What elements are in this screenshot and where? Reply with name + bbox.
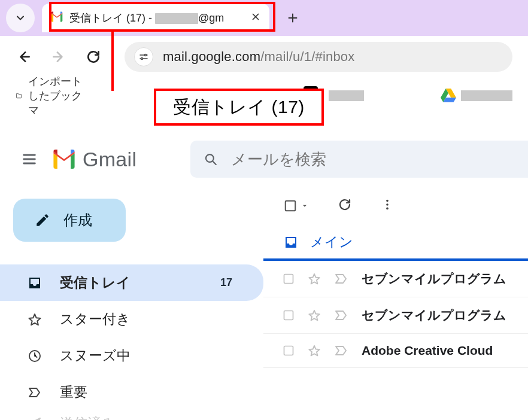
tune-icon <box>138 51 149 62</box>
checkbox-icon[interactable] <box>283 309 295 321</box>
tab-label: メイン <box>310 233 353 251</box>
bookmark-folder[interactable]: インポートしたブックマ <box>16 74 89 117</box>
inbox-count: 17 <box>220 276 232 289</box>
checkbox-icon <box>284 199 297 212</box>
sent-icon <box>28 416 42 421</box>
svg-point-1 <box>141 58 143 60</box>
star-icon[interactable] <box>308 309 321 322</box>
svg-point-0 <box>145 54 147 56</box>
compose-label: 作成 <box>63 211 92 230</box>
caret-down-icon <box>301 202 309 210</box>
sidebar-item-inbox[interactable]: 受信トレイ 17 <box>0 264 263 301</box>
pencil-icon <box>35 212 50 228</box>
refresh-button[interactable] <box>338 197 352 214</box>
svg-point-10 <box>386 203 389 206</box>
search-input[interactable] <box>231 150 515 169</box>
mail-sender: セブンマイルプログラム <box>362 307 506 324</box>
hamburger-icon <box>21 151 38 168</box>
mail-sender: セブンマイルプログラム <box>362 270 506 287</box>
category-tab-primary[interactable]: メイン <box>263 224 374 260</box>
star-icon[interactable] <box>308 272 321 285</box>
annotation-text: 受信トレイ (17) <box>173 95 305 120</box>
annotation-connector <box>111 30 114 91</box>
drive-icon <box>441 89 456 103</box>
mail-sender: Adobe Creative Cloud <box>362 343 493 358</box>
svg-point-11 <box>386 208 389 210</box>
bookmark-item[interactable] <box>441 89 512 103</box>
sidebar-item-important[interactable]: 重要 <box>0 374 263 410</box>
sidebar-item-sent[interactable]: 送信済み <box>0 410 263 420</box>
checkbox-icon[interactable] <box>283 273 295 285</box>
inbox-icon <box>284 235 298 249</box>
svg-point-6 <box>206 154 214 162</box>
gmail-brand-text: Gmail <box>83 148 136 171</box>
svg-rect-13 <box>284 311 293 320</box>
sidebar-item-starred[interactable]: スター付き <box>0 301 263 337</box>
sidebar-item-label: 送信済み <box>60 414 116 420</box>
gmail-icon <box>51 150 77 169</box>
gmail-logo[interactable]: Gmail <box>51 148 136 171</box>
annotation-box-tab <box>49 2 275 32</box>
compose-button[interactable]: 作成 <box>13 199 126 242</box>
tab-overflow-button[interactable] <box>6 4 35 32</box>
new-tab-button[interactable] <box>283 8 303 28</box>
arrow-right-icon <box>51 49 66 65</box>
forward-button[interactable] <box>50 48 67 65</box>
svg-rect-8 <box>286 201 296 211</box>
important-icon[interactable] <box>334 272 348 286</box>
sidebar-item-label: スヌーズ中 <box>60 346 131 365</box>
back-button[interactable] <box>16 48 32 65</box>
important-icon[interactable] <box>334 308 348 322</box>
star-icon <box>28 312 42 327</box>
mail-row[interactable]: セブンマイルプログラム <box>263 297 528 334</box>
clock-icon <box>28 349 42 363</box>
svg-rect-14 <box>284 346 293 355</box>
folder-icon <box>16 90 22 101</box>
active-tab-indicator <box>263 258 528 261</box>
checkbox-icon[interactable] <box>283 345 295 357</box>
bookmark-label: インポートしたブックマ <box>28 74 89 117</box>
redacted-text <box>461 90 512 101</box>
search-icon <box>204 151 218 167</box>
more-vert-icon <box>381 198 394 211</box>
sidebar-item-label: スター付き <box>60 310 131 328</box>
site-settings-button[interactable] <box>134 47 153 66</box>
svg-point-9 <box>386 200 389 202</box>
url-text: mail.google.com/mail/u/1/#inbox <box>163 49 354 65</box>
reload-button[interactable] <box>85 48 102 65</box>
omnibox[interactable]: mail.google.com/mail/u/1/#inbox <box>125 42 512 72</box>
chevron-down-icon <box>14 12 26 24</box>
reload-icon <box>86 49 101 65</box>
plus-icon <box>286 11 299 25</box>
arrow-left-icon <box>16 49 32 65</box>
inbox-icon <box>28 276 42 290</box>
important-icon[interactable] <box>334 343 348 358</box>
select-all-checkbox[interactable] <box>284 199 309 212</box>
main-menu-button[interactable] <box>16 145 43 173</box>
svg-rect-12 <box>284 275 293 284</box>
sidebar-item-label: 重要 <box>60 383 87 401</box>
sidebar-item-label: 受信トレイ <box>60 273 131 292</box>
star-icon[interactable] <box>308 344 321 357</box>
mail-row[interactable]: セブンマイルプログラム <box>263 261 528 297</box>
important-icon <box>28 385 42 400</box>
redacted-text <box>329 90 364 101</box>
sidebar-item-snoozed[interactable]: スヌーズ中 <box>0 337 263 374</box>
more-button[interactable] <box>381 198 394 214</box>
annotation-callout: 受信トレイ (17) <box>154 89 324 126</box>
reload-icon <box>338 197 352 212</box>
search-bar[interactable] <box>190 141 528 178</box>
mail-row[interactable]: Adobe Creative Cloud <box>263 334 528 368</box>
